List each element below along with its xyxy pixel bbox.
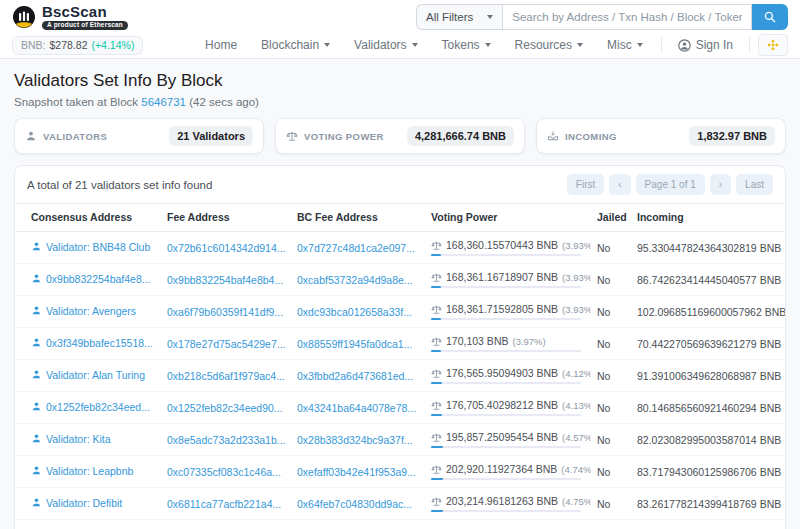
- main-nav: BNB: $278.82 (+4.14%) HomeBlockchainVali…: [0, 32, 800, 59]
- bc-fee-address-link[interactable]: 0x28b383d324bc9a37f...: [297, 434, 413, 446]
- nav-item-blockchain[interactable]: Blockchain: [251, 34, 340, 56]
- voting-power-bar: [431, 254, 581, 256]
- search-input[interactable]: [502, 4, 752, 30]
- incoming-value: 86.742623414445040577 BNB: [637, 274, 781, 286]
- scales-icon: [431, 432, 442, 443]
- fee-address-link[interactable]: 0xb218c5d6af1f979ac4...: [167, 370, 285, 382]
- voting-power-value: 168,361.71592805 BNB: [446, 303, 558, 315]
- consensus-link: Validator: Defibit: [46, 497, 122, 509]
- incoming-value: 91.391006349628068987 BNB: [637, 370, 781, 382]
- voting-power-bar-fill: [431, 350, 441, 352]
- col-incoming: Incoming: [631, 204, 785, 232]
- voting-power-bar: [431, 382, 581, 384]
- chevron-down-icon: [577, 43, 583, 47]
- nav-item-resources[interactable]: Resources: [505, 34, 593, 56]
- fee-address-link[interactable]: 0x8e5adc73a2d233a1b...: [167, 434, 286, 446]
- consensus-address-link[interactable]: Validator: Alan Turing: [31, 369, 145, 381]
- pagination-prev-button[interactable]: ‹: [609, 174, 630, 195]
- voting-power-value: 176,705.40298212 BNB: [446, 399, 558, 411]
- incoming-value: 83.261778214399418769 BNB: [637, 498, 781, 510]
- bc-fee-address-link[interactable]: 0x7d727c48d1ca2e097...: [297, 242, 415, 254]
- block-link[interactable]: 5646731: [141, 96, 186, 108]
- nav-item-validators[interactable]: Validators: [344, 34, 427, 56]
- bnb-price-value: $278.82: [50, 39, 88, 51]
- table-row: Validator: Kita 0x8e5adc73a2d233a1b... 0…: [15, 424, 785, 456]
- fee-address-link[interactable]: 0x178e27d75ac5429e7...: [167, 338, 286, 350]
- nav-item-tokens[interactable]: Tokens: [432, 34, 501, 56]
- nav-item-home[interactable]: Home: [195, 34, 247, 56]
- fee-address-link[interactable]: 0x72b61c6014342d914...: [167, 242, 286, 254]
- user-icon: [31, 305, 42, 316]
- pagination-first-button[interactable]: First: [567, 174, 604, 195]
- validators-stat-card: VALIDATORS 21 Validators: [14, 118, 264, 154]
- search-filter-label: All Filters: [426, 11, 473, 23]
- voting-power-bar-fill: [431, 286, 441, 288]
- table-row: 0x1252feb82c34eed... 0x1252feb82c34eed90…: [15, 392, 785, 424]
- stat-label: VOTING POWER: [304, 131, 384, 142]
- voting-power-bar-fill: [431, 478, 443, 480]
- pagination: First ‹ Page 1 of 1 › Last: [567, 174, 773, 195]
- voting-power-value: 203,214.96181263 BNB: [446, 495, 558, 507]
- nav-item-label: Misc: [607, 38, 632, 52]
- consensus-address-link[interactable]: Validator: Leapbnb: [31, 465, 133, 477]
- bc-fee-address-link[interactable]: 0xcabf53732a94d9a8e...: [297, 274, 413, 286]
- logo-tagline: A product of Etherscan: [42, 21, 128, 31]
- jailed-value: No: [597, 466, 610, 478]
- scales-icon: [431, 240, 442, 251]
- user-icon: [31, 433, 42, 444]
- voting-power-percent: (3.93%): [562, 240, 591, 251]
- voting-power-bar-fill: [431, 318, 441, 320]
- fee-address-link[interactable]: 0xc07335cf083c1c46a...: [167, 466, 281, 478]
- consensus-address-link[interactable]: Validator: Avengers: [31, 305, 136, 317]
- bc-fee-address-link[interactable]: 0xdc93bca012658a33f...: [297, 306, 412, 318]
- nav-item-misc[interactable]: Misc: [597, 34, 653, 56]
- bnb-price[interactable]: BNB: $278.82 (+4.14%): [12, 36, 143, 55]
- consensus-address-link[interactable]: Validator: Kita: [31, 433, 111, 445]
- consensus-link: Validator: Alan Turing: [46, 369, 145, 381]
- voting-power-percent: (4.74%): [561, 464, 591, 475]
- pagination-next-button[interactable]: ›: [710, 174, 731, 195]
- voting-power-value: 176,565.95094903 BNB: [446, 367, 558, 379]
- consensus-address-link[interactable]: Validator: Defibit: [31, 497, 122, 509]
- incoming-badge: 1,832.97 BNB: [689, 126, 775, 146]
- voting-power-percent: (4.12%): [562, 368, 591, 379]
- consensus-address-link[interactable]: 0x9bb832254baf4e8...: [31, 273, 151, 285]
- search-filter-select[interactable]: All Filters: [416, 4, 502, 30]
- bc-fee-address-link[interactable]: 0x64feb7c04830dd9ac...: [297, 498, 412, 510]
- bc-fee-address-link[interactable]: 0x88559ff1945fa0dca1...: [297, 338, 412, 350]
- user-icon: [31, 497, 42, 508]
- consensus-link: Validator: Leapbnb: [46, 465, 133, 477]
- sign-in-button[interactable]: Sign In: [670, 34, 741, 56]
- user-icon: [31, 337, 42, 348]
- voting-power-bar-fill: [431, 510, 443, 512]
- incoming-value: 70.442270569639621279 BNB: [637, 338, 781, 350]
- scales-icon: [286, 130, 298, 142]
- search-button[interactable]: [752, 4, 788, 30]
- search-bar: All Filters: [416, 4, 788, 30]
- scales-icon: [431, 496, 442, 507]
- incoming-value: 95.330447824364302819 BNB: [637, 242, 781, 254]
- voting-power-bar: [431, 318, 581, 320]
- voting-power-bar: [431, 286, 581, 288]
- bc-fee-address-link[interactable]: 0xefaff03b42e41f953a9...: [297, 466, 416, 478]
- bscscan-logo[interactable]: BscScan A product of Etherscan: [12, 4, 128, 31]
- chevron-down-icon: [485, 43, 491, 47]
- bc-fee-address-link[interactable]: 0x3fbbd2a6d473681ed...: [297, 370, 413, 382]
- voting-power-bar-fill: [431, 382, 442, 384]
- consensus-address-link[interactable]: 0x1252feb82c34eed...: [31, 401, 150, 413]
- voting-power-percent: (3.93%): [562, 304, 591, 315]
- consensus-address-link[interactable]: Validator: BNB48 Club: [31, 241, 150, 253]
- fee-address-link[interactable]: 0xa6f79b60359f141df9...: [167, 306, 283, 318]
- validators-count-badge: 21 Validators: [169, 126, 253, 146]
- fee-address-link[interactable]: 0x9bb832254baf4e8b4...: [167, 274, 283, 286]
- snapshot-prefix: Snapshot taken at Block: [14, 96, 138, 108]
- consensus-address-link[interactable]: 0x3f349bbafec15518...: [31, 337, 153, 349]
- fee-address-link[interactable]: 0x6811ca77acfb221a4...: [167, 498, 281, 510]
- pagination-last-button[interactable]: Last: [736, 174, 773, 195]
- nav-item-label: Tokens: [442, 38, 480, 52]
- stat-label: VALIDATORS: [43, 131, 107, 142]
- fee-address-link[interactable]: 0x1252feb82c34eed90...: [167, 402, 283, 414]
- binance-network-button[interactable]: [758, 34, 788, 56]
- page-title: Validators Set Info By Block: [14, 71, 786, 91]
- bc-fee-address-link[interactable]: 0x43241ba64a4078e78...: [297, 402, 416, 414]
